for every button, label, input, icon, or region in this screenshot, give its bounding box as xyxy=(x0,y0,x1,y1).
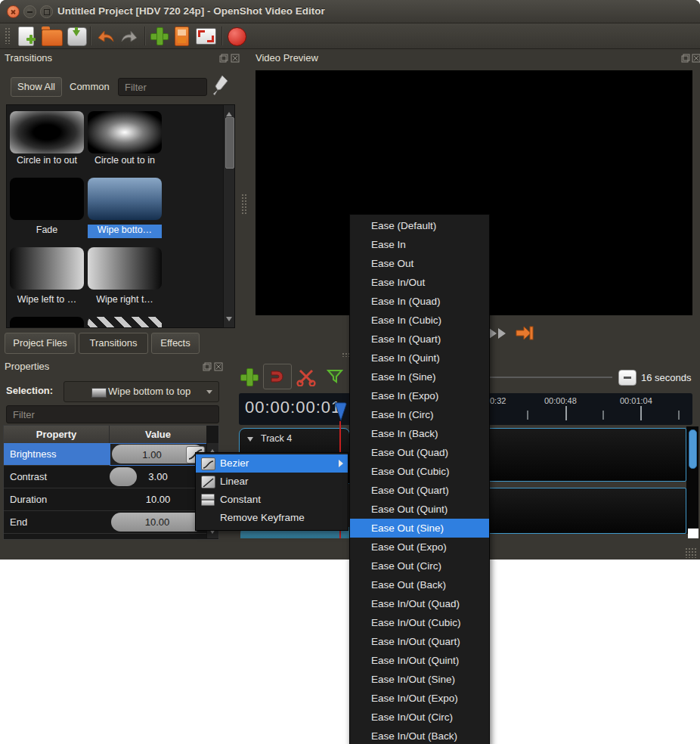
properties-filter-input[interactable] xyxy=(6,405,219,423)
submenu-item[interactable]: Ease In/Out xyxy=(350,273,489,292)
submenu-item[interactable]: Ease In/Out (Cubic) xyxy=(350,613,489,632)
snapping-toggle-button[interactable] xyxy=(263,364,292,389)
playhead-marker[interactable] xyxy=(333,401,348,427)
table-row-contrast[interactable]: Contrast 3.00 xyxy=(4,466,206,488)
vertical-splitter-handle[interactable] xyxy=(241,194,247,215)
scrollbar-thumb[interactable] xyxy=(689,429,697,469)
transition-thumb-partial-hatched[interactable] xyxy=(88,317,162,328)
main-toolbar xyxy=(0,23,700,49)
panel-close-icon[interactable] xyxy=(214,362,223,371)
transitions-scrollbar[interactable] xyxy=(223,105,235,327)
table-row-end[interactable]: End 10.00 xyxy=(4,511,206,534)
submenu-item[interactable]: Ease In (Quart) xyxy=(350,330,489,349)
menu-item-linear[interactable]: Linear xyxy=(196,473,348,491)
menu-item-bezier[interactable]: Bezier xyxy=(196,454,348,473)
properties-panel-title: Properties xyxy=(5,361,49,372)
value-cell[interactable]: 10.00 xyxy=(110,511,206,533)
chevron-down-icon[interactable] xyxy=(247,437,253,445)
jump-to-end-icon[interactable] xyxy=(516,325,534,344)
transition-thumb-wipe-bottom-selected[interactable] xyxy=(88,178,162,220)
submenu-item[interactable]: Ease In (Expo) xyxy=(350,386,489,405)
tab-project-files[interactable]: Project Files xyxy=(5,333,76,354)
menu-item-remove-keyframe[interactable]: Remove Keyframe xyxy=(196,509,348,527)
transition-thumb-circle-out-to-in[interactable] xyxy=(88,111,162,153)
timeline-vertical-scrollbar[interactable] xyxy=(686,426,698,534)
transitions-filter-input[interactable] xyxy=(118,78,207,96)
transition-thumb-partial[interactable] xyxy=(10,317,84,328)
zoom-out-button[interactable] xyxy=(618,370,637,386)
column-header-property[interactable]: Property xyxy=(4,426,110,444)
transition-label[interactable]: Circle in to out xyxy=(10,155,84,169)
submenu-item[interactable]: Ease In (Back) xyxy=(350,424,489,443)
submenu-item[interactable]: Ease Out (Back) xyxy=(350,575,489,594)
panel-float-icon[interactable] xyxy=(203,362,212,371)
window-close-button[interactable] xyxy=(7,5,20,18)
panel-close-icon[interactable] xyxy=(692,54,700,63)
submenu-item[interactable]: Ease Out (Quart) xyxy=(350,481,489,500)
submenu-item[interactable]: Ease (Default) xyxy=(350,216,489,235)
transition-thumb-wipe-right[interactable] xyxy=(88,247,162,290)
value-text: 1.00 xyxy=(110,444,194,466)
submenu-item[interactable]: Ease Out (Expo) xyxy=(350,538,489,556)
transition-thumb-circle-in-to-out[interactable] xyxy=(10,111,84,153)
value-cell[interactable]: 3.00 xyxy=(110,466,206,488)
scrollbar-thumb[interactable] xyxy=(225,117,234,169)
table-row-brightness[interactable]: Brightness 1.00 xyxy=(4,443,206,466)
submenu-item[interactable]: Ease In/Out (Quad) xyxy=(350,594,489,613)
transition-label-selected[interactable]: Wipe botto… xyxy=(88,225,162,238)
common-filter-label[interactable]: Common xyxy=(70,81,110,92)
submenu-item[interactable]: Ease Out (Cubic) xyxy=(350,462,489,481)
scroll-up-icon[interactable] xyxy=(226,109,232,116)
panel-float-icon[interactable] xyxy=(219,54,228,63)
panel-close-icon[interactable] xyxy=(231,54,240,63)
submenu-item[interactable]: Ease In/Out (Expo) xyxy=(350,689,489,708)
window-maximize-button[interactable] xyxy=(40,5,53,18)
submenu-item[interactable]: Ease In/Out (Sine) xyxy=(350,670,489,689)
filter-funnel-icon[interactable] xyxy=(327,369,343,387)
menu-item-constant[interactable]: Constant xyxy=(196,491,348,509)
submenu-item[interactable]: Ease Out (Quad) xyxy=(350,443,489,462)
submenu-item[interactable]: Ease Out (Quint) xyxy=(350,500,489,519)
submenu-item[interactable]: Ease In (Circ) xyxy=(350,405,489,424)
show-all-button[interactable]: Show All xyxy=(11,77,62,97)
transition-label[interactable]: Circle out to in xyxy=(88,155,162,169)
submenu-item[interactable]: Ease In/Out (Back) xyxy=(350,727,489,744)
tab-effects[interactable]: Effects xyxy=(151,333,200,354)
submenu-item[interactable]: Ease In/Out (Quint) xyxy=(350,651,489,670)
submenu-item[interactable]: Ease In (Quad) xyxy=(350,292,489,311)
value-cell[interactable]: 1.00 xyxy=(110,443,207,466)
submenu-item[interactable]: Ease In/Out (Quart) xyxy=(350,632,489,651)
transition-thumb-wipe-left[interactable] xyxy=(10,247,84,290)
transitions-panel-title: Transitions xyxy=(5,52,52,64)
submenu-item[interactable]: Ease In (Cubic) xyxy=(350,311,489,330)
razor-scissors-icon[interactable] xyxy=(296,367,316,389)
submenu-item[interactable]: Ease Out (Circ) xyxy=(350,556,489,575)
panel-float-icon[interactable] xyxy=(681,54,690,63)
fast-forward-icon[interactable] xyxy=(488,327,510,343)
transition-label[interactable]: Wipe left to … xyxy=(10,294,84,308)
column-header-value[interactable]: Value xyxy=(110,426,206,444)
redo-icon[interactable] xyxy=(119,28,139,48)
add-track-icon[interactable] xyxy=(240,368,257,385)
undo-icon[interactable] xyxy=(96,28,116,48)
title-bar: Untitled Project [HDV 720 24p] - OpenSho… xyxy=(0,0,700,23)
selection-dropdown[interactable]: Wipe bottom to top xyxy=(63,381,219,402)
window-minimize-button[interactable] xyxy=(23,5,36,18)
clear-filter-brush-icon[interactable] xyxy=(212,74,230,100)
submenu-item-highlighted[interactable]: Ease Out (Sine) xyxy=(350,519,489,538)
import-files-icon[interactable] xyxy=(150,27,167,44)
value-cell[interactable]: 10.00 xyxy=(110,488,206,510)
transition-label[interactable]: Fade xyxy=(10,225,84,238)
scroll-down-icon[interactable] xyxy=(226,317,232,324)
table-row-duration[interactable]: Duration 10.00 xyxy=(4,488,206,511)
submenu-item[interactable]: Ease Out xyxy=(350,254,489,273)
submenu-item[interactable]: Ease In (Quint) xyxy=(350,349,489,367)
transition-label[interactable]: Wipe right t… xyxy=(88,294,162,308)
tab-transitions[interactable]: Transitions xyxy=(79,333,148,354)
transition-thumb-fade[interactable] xyxy=(10,178,84,220)
submenu-item[interactable]: Ease In xyxy=(350,235,489,254)
toolbar-drag-handle[interactable] xyxy=(5,27,11,44)
window-resize-grip[interactable] xyxy=(685,547,697,558)
submenu-item[interactable]: Ease In (Sine) xyxy=(350,367,489,386)
submenu-item[interactable]: Ease In/Out (Circ) xyxy=(350,708,489,727)
